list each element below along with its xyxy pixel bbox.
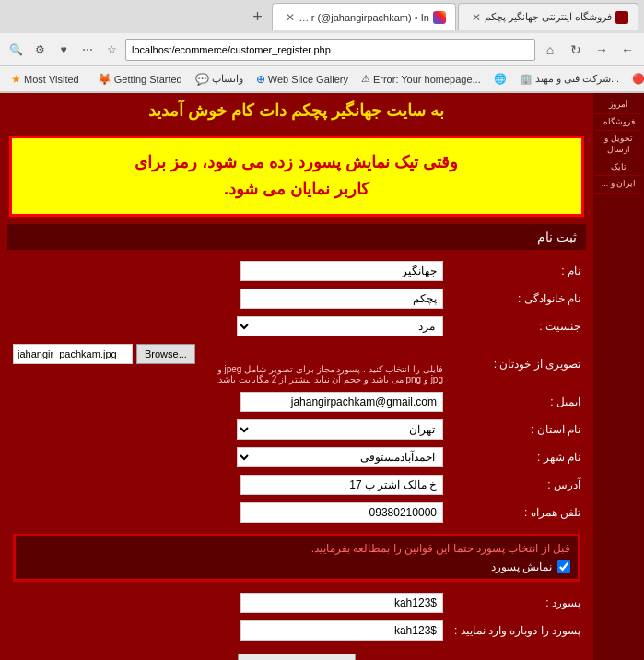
- file-hint-2: jpg و png می باشد و حجم آن نباید بیشتر ا…: [13, 374, 443, 384]
- email-input[interactable]: [240, 392, 443, 412]
- bookmark-icon[interactable]: ☆: [101, 40, 122, 60]
- nav-icons: ☆ ⋯ ♥ ⚙ 🔍: [6, 40, 122, 60]
- lastname-input[interactable]: [240, 289, 443, 309]
- fav-company-label: شرکت فنی و مهند...: [535, 73, 619, 85]
- address-bar[interactable]: [125, 39, 535, 61]
- tab-1-close[interactable]: ✕: [472, 11, 481, 24]
- fav-web-slice[interactable]: ⊕ Web Slice Gallery: [251, 71, 354, 88]
- tooltip-box: وقتی تیک نمایش پسورد زده می شود، رمز برا…: [9, 136, 584, 217]
- file-hint-1: فایلی را انتخاب کنید . پسورد مجاز برای ت…: [13, 364, 443, 374]
- file-input-row: Browse...: [13, 344, 443, 364]
- city-label: نام شهر :: [449, 443, 586, 471]
- password-confirm-label: پسورد را دوباره وارد نمایید :: [449, 617, 586, 644]
- browse-button[interactable]: Browse...: [136, 344, 195, 364]
- password-label: پسورد :: [449, 589, 586, 617]
- fav-globe[interactable]: 🌐: [488, 71, 512, 87]
- fav-error[interactable]: ⚠ Error: Your homepage...: [356, 71, 486, 87]
- tab-1-title: فروشگاه اینترنتی جهانگیر پچکم: [485, 11, 612, 23]
- file-name-display: [13, 344, 133, 364]
- password-section-cell: قبل از انتخاب پسورد حتما این قوانین را ب…: [7, 526, 586, 589]
- nav-bar: ← → ↻ ⌂ ☆ ⋯ ♥ ⚙ 🔍: [0, 33, 644, 66]
- forward-button[interactable]: →: [591, 39, 613, 61]
- gender-label: جنسیت :: [449, 312, 586, 340]
- province-label: نام استان :: [449, 416, 586, 443]
- main-content: به سایت جهانگیر پچکم دات کام خوش آمدید و…: [0, 93, 593, 660]
- fav-most-visited[interactable]: ★ Most Visited: [6, 71, 85, 88]
- fav-company[interactable]: 🏢 شرکت فنی و مهند...: [514, 71, 625, 87]
- sidebar-item-today[interactable]: امروز: [595, 97, 642, 114]
- sidebar-item-profile[interactable]: تایک: [595, 159, 642, 177]
- address-input-cell: [7, 471, 449, 499]
- browser-chrome: فروشگاه اینترنتی جهانگیر پچکم ✕ jahangir…: [0, 0, 644, 93]
- name-input[interactable]: [240, 261, 443, 281]
- password-input-cell: [7, 589, 449, 617]
- home-button[interactable]: ⌂: [539, 39, 561, 61]
- phone-label: تلفن همراه :: [449, 499, 586, 526]
- welcome-banner: به سایت جهانگیر پچکم دات کام خوش آمدید: [0, 93, 593, 128]
- tab-bar: فروشگاه اینترنتی جهانگیر پچکم ✕ jahangir…: [0, 0, 644, 33]
- fav-dp[interactable]: 🔴: [626, 71, 644, 87]
- sidebar-item-orders[interactable]: تحویل و ارسال: [595, 131, 642, 159]
- password-notice: قبل از انتخاب پسورد حتما این قوانین را ب…: [23, 542, 570, 555]
- tools-icon[interactable]: ⚙: [29, 40, 50, 60]
- province-select-cell: تهران اصفهان شیراز: [7, 416, 449, 443]
- dp-icon: 🔴: [632, 73, 644, 85]
- star-icon: ★: [11, 73, 21, 86]
- password-confirm-input-cell: [7, 617, 449, 644]
- tooltip-text-line1: وقتی تیک نمایش پسورد زده می شود، رمز برا…: [27, 149, 567, 176]
- city-row: نام شهر : احمدآبادمستوفی: [7, 443, 586, 471]
- tab-2[interactable]: jahangir (@jahangirpachkam) • In... ✕: [272, 3, 456, 30]
- show-password-checkbox[interactable]: [557, 560, 570, 573]
- email-label: ایمیل :: [449, 388, 586, 416]
- show-password-label[interactable]: نمایش پسورد: [491, 560, 552, 573]
- fav-whatsapp[interactable]: 💬 واتساپ: [190, 71, 249, 88]
- settings-icon[interactable]: ⋯: [77, 40, 98, 60]
- new-tab-button[interactable]: +: [245, 7, 270, 27]
- address-row: آدرس :: [7, 471, 586, 499]
- gender-select[interactable]: مرد زن: [237, 316, 443, 336]
- gender-row: جنسیت : مرد زن: [7, 312, 586, 340]
- form-section: ثبت نام نام : نام خانوادگی :: [0, 224, 593, 660]
- lastname-input-cell: [7, 285, 449, 312]
- fav-web-slice-label: Web Slice Gallery: [268, 74, 348, 85]
- whatsapp-icon: 💬: [195, 73, 209, 86]
- phone-input[interactable]: [240, 502, 443, 523]
- favorites-icon[interactable]: ♥: [53, 40, 74, 60]
- favorites-bar: ★ Most Visited 🦊 Getting Started 💬 واتسا…: [0, 66, 644, 92]
- fav-whatsapp-label: واتساپ: [212, 73, 243, 85]
- email-input-cell: [7, 388, 449, 416]
- right-sidebar: امروز فروشگاه تحویل و ارسال تایک ایران و…: [593, 93, 644, 660]
- company-icon: 🏢: [520, 73, 533, 85]
- error-icon: ⚠: [361, 73, 370, 85]
- form-title-bar: ثبت نام: [7, 224, 586, 250]
- password-input[interactable]: [240, 593, 443, 613]
- tab-1-favicon: [615, 11, 628, 24]
- form-title: ثبت نام: [537, 230, 577, 244]
- password-confirm-input[interactable]: [240, 620, 443, 641]
- tab-2-close[interactable]: ✕: [286, 11, 295, 24]
- province-row: نام استان : تهران اصفهان شیراز: [7, 416, 586, 443]
- password-section: قبل از انتخاب پسورد حتما این قوانین را ب…: [13, 534, 580, 582]
- back-button[interactable]: ←: [616, 39, 638, 61]
- tab-1[interactable]: فروشگاه اینترنتی جهانگیر پچکم ✕: [458, 3, 638, 30]
- address-input[interactable]: [240, 475, 443, 495]
- gender-select-cell: مرد زن: [7, 312, 449, 340]
- search-icon[interactable]: 🔍: [6, 40, 26, 60]
- fav-getting-started[interactable]: 🦊 Getting Started: [92, 71, 188, 88]
- refresh-button[interactable]: ↻: [565, 39, 587, 61]
- name-label: نام :: [449, 257, 586, 285]
- sidebar-item-shop[interactable]: فروشگاه: [595, 114, 642, 132]
- tooltip-text-line2: کاربر نمایان می شود.: [27, 176, 567, 203]
- sidebar-item-iran[interactable]: ایران و ...: [595, 176, 642, 194]
- fav-getting-started-label: Getting Started: [114, 74, 182, 85]
- submit-button[interactable]: ایجاد نام کاربری: [238, 654, 356, 660]
- province-select[interactable]: تهران اصفهان شیراز: [237, 419, 443, 440]
- city-select[interactable]: احمدآبادمستوفی: [237, 447, 443, 467]
- fav-most-visited-label: Most Visited: [24, 74, 79, 85]
- address-label: آدرس :: [449, 471, 586, 499]
- lastname-row: نام خانوادگی :: [7, 285, 586, 312]
- registration-form: نام : نام خانوادگی : جنسیت :: [7, 257, 586, 644]
- phone-row: تلفن همراه :: [7, 499, 586, 526]
- password-confirm-row: پسورد را دوباره وارد نمایید :: [7, 617, 586, 644]
- photo-label: تصویری از خودتان :: [449, 340, 586, 388]
